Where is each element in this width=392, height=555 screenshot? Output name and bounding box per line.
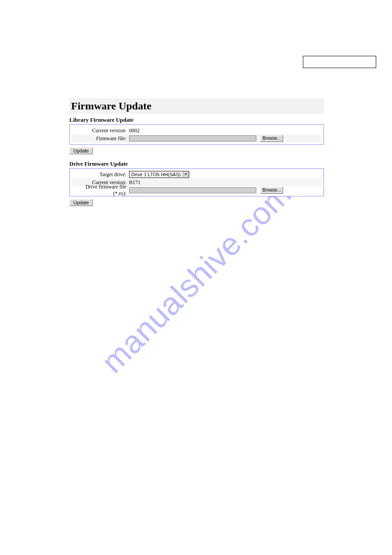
- library-browse-button[interactable]: Browse...: [260, 135, 283, 142]
- drive-firmware-file-label: Drive firmware file (*.ro):: [72, 184, 129, 197]
- page-title: Firmware Update: [69, 98, 324, 114]
- library-firmware-file-input[interactable]: [129, 135, 256, 141]
- library-update-button[interactable]: Update: [69, 147, 93, 154]
- content-area: Firmware Update Library Firmware Update …: [69, 98, 324, 210]
- drive-firmware-file-input[interactable]: [129, 187, 256, 193]
- library-current-version-row: Current version: 0002: [72, 127, 322, 134]
- library-current-version-label: Current version:: [72, 127, 129, 134]
- drive-firmware-file-row: Drive firmware file (*.ro): Browse...: [72, 186, 322, 194]
- library-firmware-file-row: Firmware file: Browse...: [72, 134, 322, 142]
- drive-browse-button[interactable]: Browse...: [260, 187, 283, 194]
- drive-update-button[interactable]: Update: [69, 199, 93, 206]
- library-section-heading: Library Firmware Update: [69, 116, 324, 123]
- top-empty-box: [303, 56, 376, 68]
- library-firmware-file-label: Firmware file:: [72, 135, 129, 142]
- drive-section-heading: Drive Firmware Update: [69, 160, 324, 167]
- drive-target-select-value: Drive 1:LTO5 HH(SAS): [131, 171, 181, 178]
- drive-pane: Target drive: Drive 1:LTO5 HH(SAS) ▼ Cur…: [69, 168, 324, 196]
- drive-target-label: Target drive:: [72, 171, 129, 178]
- drive-target-row: Target drive: Drive 1:LTO5 HH(SAS) ▼: [72, 170, 322, 178]
- drive-target-select[interactable]: Drive 1:LTO5 HH(SAS) ▼: [129, 171, 189, 178]
- library-current-version-value: 0002: [129, 127, 140, 134]
- drive-current-version-value: B171: [129, 179, 140, 186]
- library-pane: Current version: 0002 Firmware file: Bro…: [69, 124, 324, 145]
- chevron-down-icon: ▼: [183, 172, 189, 177]
